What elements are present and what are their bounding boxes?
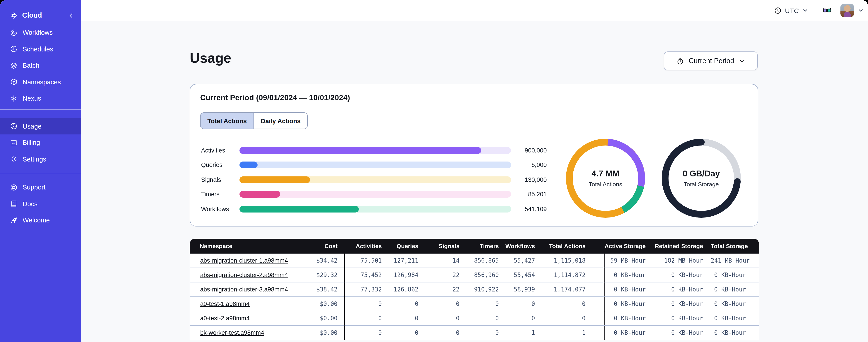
sidebar-item-label: Namespaces <box>23 78 61 86</box>
bar-track <box>240 176 511 183</box>
value-cell: 0 KB-Hour <box>711 326 759 340</box>
sidebar-item-label: Workflows <box>23 29 53 36</box>
value-cell: 910,922 <box>460 282 500 297</box>
bar-value: 85,201 <box>511 191 547 198</box>
value-cell: 0 <box>419 326 460 340</box>
column-header-activities: Activities <box>344 239 383 253</box>
column-header-active-storage: Active Storage <box>604 239 653 253</box>
bar-fill <box>240 191 280 198</box>
period-selector-label: Current Period <box>689 57 734 65</box>
period-selector-button[interactable]: Current Period <box>664 52 758 70</box>
value-cell: 0 KB-Hour <box>653 282 711 297</box>
sidebar-nav-footer: SupportDocsWelcome <box>0 179 81 229</box>
sidebar-item-settings[interactable]: Settings <box>0 151 81 167</box>
value-cell: 1 <box>536 326 604 340</box>
tab-total-actions[interactable]: Total Actions <box>200 113 253 129</box>
sidebar-collapse-icon[interactable] <box>68 12 74 19</box>
value-cell: 0 <box>419 297 460 311</box>
table-row: abs-migration-cluster-3.a98mm4$38.4277,3… <box>190 282 759 297</box>
chevron-down-icon <box>802 7 808 13</box>
sidebar-item-support[interactable]: Support <box>0 179 81 196</box>
schedules-icon <box>10 45 18 53</box>
bar-row-activities: Activities900,000 <box>201 147 547 154</box>
sidebar-item-schedules[interactable]: Schedules <box>0 41 81 57</box>
namespace-link[interactable]: bk-worker-test.a98mm4 <box>200 329 264 336</box>
value-cell: 59 MB-Hour <box>604 253 653 268</box>
value-cell: 0 KB-Hour <box>653 297 711 311</box>
sidebar-item-namespaces[interactable]: Namespaces <box>0 74 81 90</box>
bar-label: Workflows <box>201 206 240 212</box>
sidebar-item-label: Docs <box>23 200 37 208</box>
value-cell: 0 <box>383 297 419 311</box>
value-cell: 0 KB-Hour <box>653 311 711 326</box>
sidebar-divider <box>0 174 81 174</box>
sidebar-item-usage[interactable]: Usage <box>0 118 81 134</box>
timezone-dropdown[interactable]: UTC <box>774 6 808 14</box>
value-cell: 0 <box>460 326 500 340</box>
sidebar-item-label: Billing <box>23 139 40 146</box>
namespace-cell: abs-migration-cluster-1.a98mm4 <box>190 253 312 268</box>
namespace-link[interactable]: abs-migration-cluster-3.a98mm4 <box>200 286 288 293</box>
usage-icon <box>10 123 18 130</box>
value-cell: 0 KB-Hour <box>604 311 653 326</box>
stopwatch-icon <box>676 57 684 65</box>
value-cell: 0 KB-Hour <box>604 282 653 297</box>
namespace-link[interactable]: a0-test-2.a98mm4 <box>200 315 250 322</box>
usage-summary-card: Current Period (09/01/2024 — 10/01/2024)… <box>190 84 758 227</box>
user-avatar[interactable] <box>840 4 854 17</box>
total-actions-donut: 4.7 MM Total Actions <box>565 138 646 219</box>
value-cell: 0 <box>419 311 460 326</box>
sidebar-item-billing[interactable]: Billing <box>0 134 81 151</box>
column-header-retained-storage: Retained Storage <box>653 239 711 253</box>
table-row: abs-migration-cluster-2.a98mm4$29.3275,4… <box>190 268 759 282</box>
value-cell: 0 <box>536 311 604 326</box>
sidebar-item-welcome[interactable]: Welcome <box>0 212 81 229</box>
billing-icon <box>10 139 18 147</box>
sidebar: Cloud WorkflowsSchedulesBatchNamespacesN… <box>0 0 81 342</box>
usage-bar-chart: Activities900,000Queries5,000Signals130,… <box>201 147 547 220</box>
sidebar-item-workflows[interactable]: Workflows <box>0 24 81 41</box>
value-cell: $38.42 <box>312 282 344 297</box>
namespace-link[interactable]: abs-migration-cluster-2.a98mm4 <box>200 272 288 278</box>
value-cell: 14 <box>419 253 460 268</box>
value-cell: 0 KB-Hour <box>653 326 711 340</box>
value-cell: 0 <box>460 311 500 326</box>
sidebar-item-label: Nexus <box>23 95 41 102</box>
account-menu-chevron-icon[interactable] <box>858 7 864 13</box>
batch-icon <box>10 62 18 69</box>
tab-daily-actions[interactable]: Daily Actions <box>253 113 307 129</box>
namespace-cell: abs-migration-cluster-3.a98mm4 <box>190 282 312 297</box>
chevron-down-icon <box>739 58 745 64</box>
clock-icon <box>774 6 782 14</box>
namespace-cell: bk-worker-test.a98mm4 <box>190 326 312 340</box>
support-icon <box>10 184 18 191</box>
bar-value: 5,000 <box>511 162 547 168</box>
welcome-icon <box>10 216 18 224</box>
bar-value: 130,000 <box>511 176 547 183</box>
sidebar-item-nexus[interactable]: Nexus <box>0 90 81 107</box>
value-cell: 182 MB-Hour <box>653 253 711 268</box>
sidebar-item-batch[interactable]: Batch <box>0 57 81 74</box>
bar-track <box>240 191 511 198</box>
feedback-glasses-icon[interactable] <box>823 6 832 15</box>
table-row: abs-migration-cluster-1.a98mm4$34.4275,5… <box>190 253 759 268</box>
sidebar-brand: Cloud <box>0 6 81 24</box>
namespace-link[interactable]: abs-migration-cluster-1.a98mm4 <box>200 257 288 264</box>
namespaces-icon <box>10 78 18 86</box>
total-storage-value: 0 GB/Day <box>683 169 720 179</box>
value-cell: 55,454 <box>500 268 536 282</box>
page-content: Usage Current Period Current Period (09/… <box>81 21 868 342</box>
value-cell: 0 <box>536 297 604 311</box>
temporal-logo-icon <box>10 11 18 19</box>
namespace-usage-table: NamespaceCostActivitiesQueriesSignalsTim… <box>190 239 758 340</box>
column-header-total-actions: Total Actions <box>536 239 604 253</box>
namespace-link[interactable]: a0-test-1.a98mm4 <box>200 301 250 307</box>
column-header-signals: Signals <box>419 239 460 253</box>
usage-card-title: Current Period (09/01/2024 — 10/01/2024) <box>200 93 350 102</box>
sidebar-item-label: Support <box>23 184 45 191</box>
value-cell: 0 <box>344 326 383 340</box>
value-cell: 856,865 <box>460 253 500 268</box>
sidebar-item-docs[interactable]: Docs <box>0 196 81 212</box>
table-header-row: NamespaceCostActivitiesQueriesSignalsTim… <box>190 239 759 253</box>
value-cell: 126,984 <box>383 268 419 282</box>
